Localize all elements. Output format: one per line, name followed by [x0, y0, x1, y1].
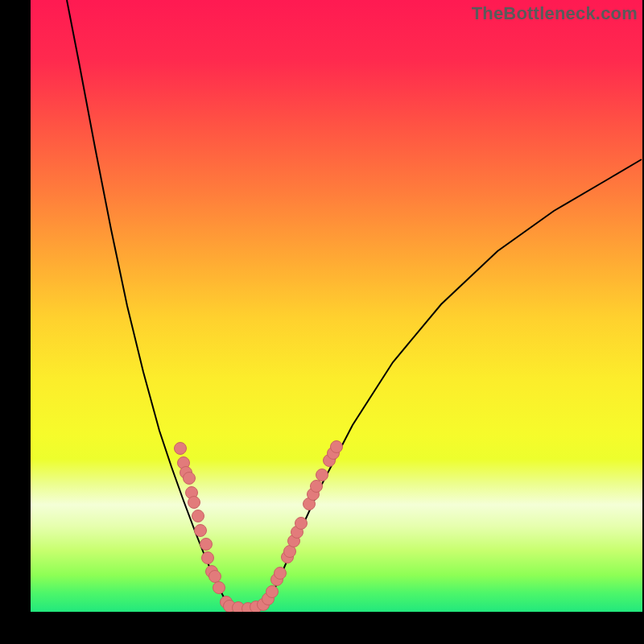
data-point — [200, 539, 213, 551]
data-point — [192, 510, 204, 522]
chart-svg — [31, 0, 642, 612]
data-point — [266, 586, 279, 598]
data-point — [195, 525, 207, 537]
plot-area: TheBottleneck.com — [31, 0, 642, 612]
data-point — [188, 497, 200, 509]
chart-container: TheBottleneck.com — [0, 0, 644, 644]
data-point — [316, 469, 328, 481]
v-curve — [67, 0, 642, 608]
scatter-dots — [175, 441, 343, 613]
curve-lines — [67, 0, 642, 608]
data-point — [184, 473, 196, 485]
data-point — [213, 582, 225, 594]
data-point — [311, 481, 323, 493]
data-point — [331, 441, 343, 453]
data-point — [202, 552, 214, 564]
data-point — [175, 443, 187, 455]
data-point — [209, 571, 221, 583]
data-point — [295, 518, 308, 530]
data-point — [275, 568, 287, 580]
